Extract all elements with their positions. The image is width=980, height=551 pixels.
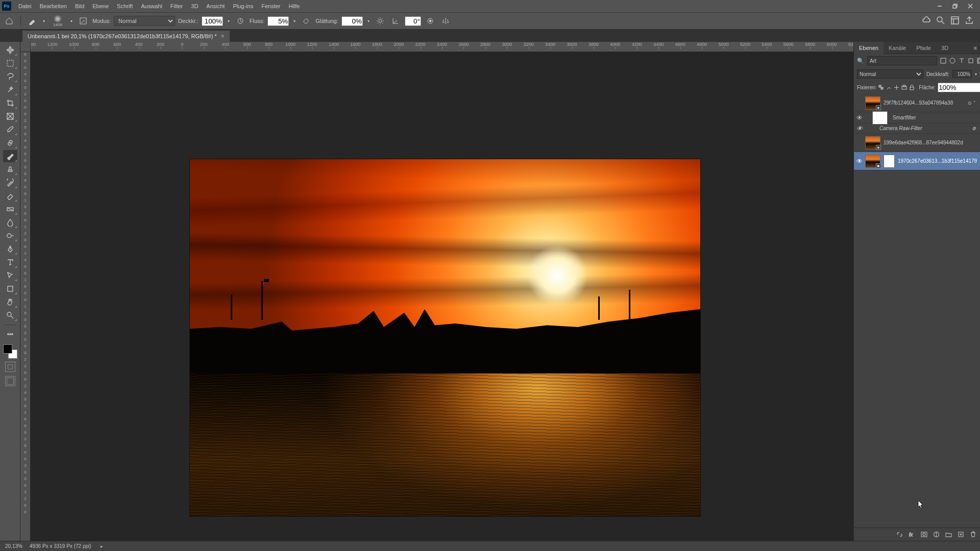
layer-thumbnail[interactable]: ▣: [865, 96, 880, 110]
layer-visibility-toggle[interactable]: 👁: [854, 158, 865, 165]
panel-tab-3d[interactable]: 3D: [936, 42, 953, 54]
panel-tab-kanäle[interactable]: Kanäle: [884, 42, 911, 54]
filter-pixel-icon[interactable]: [940, 56, 946, 65]
size-pressure-toggle[interactable]: [424, 15, 436, 27]
shape-tool[interactable]: [3, 283, 17, 295]
smoothing-settings-button[interactable]: [374, 15, 386, 27]
brush-dropdown-icon[interactable]: ▾: [69, 19, 74, 23]
flow-input[interactable]: [267, 16, 289, 26]
opacity-dropdown-icon[interactable]: ▾: [226, 19, 231, 23]
layer-opacity-input[interactable]: [952, 70, 972, 78]
type-tool[interactable]: [3, 256, 17, 268]
filter-shape-icon[interactable]: [968, 56, 974, 65]
layer-thumbnail[interactable]: ▣: [865, 136, 880, 149]
hand-tool[interactable]: [3, 296, 17, 308]
zoom-level[interactable]: 20,13%: [5, 543, 22, 549]
new-adjustment-icon[interactable]: [932, 531, 940, 539]
gradient-tool[interactable]: [3, 203, 17, 215]
window-restore-button[interactable]: [947, 0, 963, 12]
canvas[interactable]: [31, 52, 853, 541]
pen-tool[interactable]: [3, 243, 17, 255]
horizontal-ruler[interactable]: 1400120010008006004002000200400600800100…: [31, 42, 853, 52]
home-button[interactable]: [3, 15, 15, 27]
edit-toolbar-button[interactable]: [3, 328, 17, 340]
menu-ebene[interactable]: Ebene: [88, 0, 113, 12]
share-icon[interactable]: [965, 16, 974, 26]
crop-tool[interactable]: [3, 97, 17, 109]
document-info[interactable]: 4936 Px x 3319 Px (72 ppi): [30, 543, 91, 549]
opacity-pressure-toggle[interactable]: [234, 15, 247, 27]
new-group-icon[interactable]: [944, 531, 952, 539]
ruler-origin[interactable]: [20, 42, 31, 52]
blend-mode-select[interactable]: Normal: [114, 16, 175, 26]
tab-close-icon[interactable]: ×: [221, 33, 225, 40]
lock-nested-icon[interactable]: [901, 83, 907, 91]
menu-ansicht[interactable]: Ansicht: [202, 0, 229, 12]
opacity-input[interactable]: [202, 16, 223, 26]
tool-preset-button[interactable]: [26, 15, 38, 27]
menu-schrift[interactable]: Schrift: [113, 0, 137, 12]
angle-input[interactable]: [405, 16, 421, 26]
window-minimize-button[interactable]: [932, 0, 947, 12]
opacity-dropdown-icon[interactable]: ▾: [975, 72, 977, 77]
menu-datei[interactable]: Datei: [14, 0, 36, 12]
layer-thumbnail[interactable]: ▣: [865, 155, 880, 168]
menu-hilfe[interactable]: Hilfe: [284, 0, 304, 12]
smoothing-dropdown-icon[interactable]: ▾: [366, 19, 371, 23]
layer-thumbnail[interactable]: [872, 111, 888, 124]
tool-preset-dropdown-icon[interactable]: ▾: [41, 19, 46, 23]
lock-transparency-icon[interactable]: [878, 83, 884, 91]
quick-mask-toggle[interactable]: [5, 362, 15, 372]
layer-row[interactable]: 👁Smartfilter: [854, 112, 980, 123]
brush-panel-toggle-button[interactable]: [77, 15, 89, 27]
layer-fill-input[interactable]: [938, 83, 980, 92]
clone-stamp-tool[interactable]: [3, 163, 17, 176]
marquee-tool[interactable]: [3, 57, 17, 69]
dodge-tool[interactable]: [3, 230, 17, 242]
panel-tab-ebenen[interactable]: Ebenen: [854, 42, 884, 54]
layer-visibility-toggle[interactable]: 👁: [854, 114, 865, 121]
search-icon[interactable]: 🔍: [857, 58, 864, 64]
panel-tab-pfade[interactable]: Pfade: [911, 42, 936, 54]
layer-name[interactable]: 29f7fb124604...93a047894a38: [884, 100, 966, 106]
filter-type-icon[interactable]: [959, 56, 965, 65]
document-tab[interactable]: Unbenannt-1 bei 20,1% (1970c267e0361312d…: [22, 31, 230, 42]
menu-bearbeiten[interactable]: Bearbeiten: [36, 0, 71, 12]
blur-tool[interactable]: [3, 216, 17, 229]
color-swatches[interactable]: [3, 344, 17, 359]
healing-brush-tool[interactable]: [3, 137, 17, 149]
lock-position-icon[interactable]: [894, 83, 899, 91]
menu-bild[interactable]: Bild: [71, 0, 88, 12]
link-layers-icon[interactable]: [895, 531, 903, 539]
brush-tool[interactable]: [3, 150, 17, 162]
menu-plug-ins[interactable]: Plug-ins: [229, 0, 257, 12]
lasso-tool[interactable]: [3, 70, 17, 83]
layer-row[interactable]: ▣29f7fb124604...93a047894a38⊙ ˅: [854, 94, 980, 112]
layer-style-icon[interactable]: fx: [908, 531, 916, 539]
search-icon[interactable]: [936, 16, 945, 26]
menu-filter[interactable]: Filter: [166, 0, 187, 12]
new-layer-icon[interactable]: [957, 531, 965, 539]
history-brush-tool[interactable]: [3, 177, 17, 189]
layer-name[interactable]: 1970c267e03613...1b3f115e14179: [898, 158, 978, 164]
menu-auswahl[interactable]: Auswahl: [137, 0, 166, 12]
filter-blend-options-icon[interactable]: ⚙: [970, 126, 978, 131]
menu-3d[interactable]: 3D: [187, 0, 202, 12]
layer-name[interactable]: 199e6dae42f968...87ee94944802d: [884, 140, 978, 145]
layer-row[interactable]: 👁▣1970c267e03613...1b3f115e14179: [854, 152, 980, 170]
layer-name[interactable]: Camera Raw-Filter: [879, 126, 970, 131]
add-mask-icon[interactable]: [920, 531, 928, 539]
foreground-color-swatch[interactable]: [3, 344, 12, 354]
vertical-ruler[interactable]: 6004002000200400600800100012001400160018…: [20, 52, 31, 541]
move-tool[interactable]: [3, 44, 17, 56]
lock-image-icon[interactable]: [886, 83, 892, 91]
layer-row[interactable]: 👁Camera Raw-Filter⚙: [854, 123, 980, 134]
filter-adjust-icon[interactable]: [949, 56, 955, 65]
cloud-docs-icon[interactable]: [922, 16, 931, 26]
filter-smart-icon[interactable]: [977, 56, 980, 65]
angle-icon[interactable]: [389, 15, 402, 27]
workspace-switcher-icon[interactable]: [950, 16, 960, 26]
layer-name[interactable]: Smartfilter: [891, 115, 978, 120]
eyedropper-tool[interactable]: [3, 123, 17, 136]
docinfo-dropdown-icon[interactable]: ▸: [101, 544, 103, 549]
